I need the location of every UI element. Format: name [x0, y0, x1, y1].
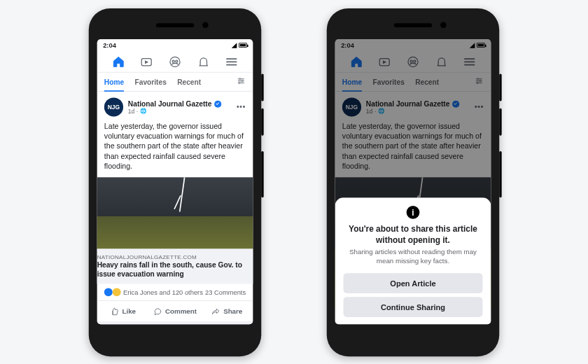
audience-icon: 🌐 [140, 108, 146, 114]
svg-point-4 [239, 78, 241, 79]
volume-up-button [499, 74, 501, 101]
nav-groups[interactable] [161, 55, 189, 68]
link-preview[interactable]: NATIONALJOURNALGAZETTE.COM Heavy rains f… [97, 177, 253, 284]
post-action-bar: Like Comment Share [97, 300, 253, 324]
share-button[interactable]: Share [201, 301, 253, 321]
screen: 2:04 [335, 39, 491, 324]
volume-up-button [261, 74, 263, 101]
volume-down-button [499, 108, 501, 135]
comment-button[interactable]: Comment [149, 301, 201, 321]
status-bar: 2:04 [97, 39, 253, 51]
volume-down-button [261, 108, 263, 135]
power-button [261, 150, 263, 197]
wow-reaction-icon [113, 288, 121, 296]
svg-point-3 [176, 59, 178, 62]
nav-notifications[interactable] [189, 55, 217, 68]
svg-point-5 [241, 80, 243, 81]
front-camera [202, 22, 209, 28]
link-image [97, 177, 253, 248]
feed-settings-button[interactable] [237, 76, 246, 87]
reactions-text: Erica Jones and 120 others [123, 288, 203, 295]
clock: 2:04 [103, 41, 116, 48]
like-reaction-icon [104, 288, 113, 296]
sheet-title: You're about to share this article witho… [344, 223, 483, 245]
battery-icon [239, 43, 247, 48]
speaker-slot [394, 23, 432, 27]
post-header: NJG National Journal Gazette 1d · 🌐 ••• [104, 97, 246, 116]
nav-home[interactable] [104, 55, 132, 68]
post-body: Late yesterday, the governor issued volu… [104, 121, 246, 172]
sheet-subtitle: Sharing articles without reading them ma… [344, 247, 483, 265]
phone-left: 2:04 [89, 8, 262, 356]
screen: 2:04 [97, 39, 253, 324]
stage: 2:04 [0, 0, 588, 364]
share-confirm-sheet: i You're about to share this article wit… [335, 197, 491, 323]
open-article-button[interactable]: Open Article [344, 273, 483, 293]
status-right [232, 42, 247, 48]
video-icon [140, 55, 153, 68]
link-domain: NATIONALJOURNALGAZETTE.COM [97, 253, 253, 260]
post: NJG National Journal Gazette 1d · 🌐 ••• [97, 91, 253, 171]
continue-sharing-button[interactable]: Continue Sharing [344, 297, 483, 317]
reactions-row[interactable]: Erica Jones and 120 others 23 Comments [97, 284, 253, 300]
nav-watch[interactable] [132, 55, 160, 68]
verified-icon [214, 100, 221, 107]
post-meta: 1d · 🌐 [128, 108, 237, 114]
speaker-slot [156, 23, 194, 27]
share-label: Share [223, 307, 242, 314]
comment-icon [153, 307, 162, 316]
tab-favorites[interactable]: Favorites [134, 72, 166, 90]
nav-menu[interactable] [218, 57, 246, 64]
svg-point-2 [172, 59, 174, 62]
post-menu-button[interactable]: ••• [237, 103, 246, 111]
page-name: National Journal Gazette [128, 99, 212, 108]
share-icon [211, 307, 220, 316]
front-camera [440, 22, 447, 28]
tab-home[interactable]: Home [104, 72, 124, 90]
top-nav [97, 51, 253, 73]
page-name-row[interactable]: National Journal Gazette [128, 99, 237, 108]
info-icon: i [407, 205, 420, 218]
sliders-icon [237, 76, 246, 85]
like-label: Like [122, 307, 136, 314]
thumb-up-icon [110, 307, 119, 316]
tab-recent[interactable]: Recent [177, 72, 201, 90]
power-button [499, 150, 501, 197]
comment-label: Comment [165, 307, 197, 314]
link-title: Heavy rains fall in the south, cause Gov… [97, 261, 253, 279]
post-age: 1d [128, 108, 134, 114]
menu-icon [226, 57, 237, 64]
svg-point-1 [170, 56, 180, 66]
signal-icon [232, 42, 237, 48]
groups-icon [169, 55, 182, 68]
like-button[interactable]: Like [97, 301, 149, 321]
bell-icon [197, 55, 210, 68]
feed-subtabs: Home Favorites Recent [97, 72, 253, 91]
comments-count[interactable]: 23 Comments [205, 288, 246, 295]
svg-point-6 [239, 82, 240, 83]
link-text-card: NATIONALJOURNALGAZETTE.COM Heavy rains f… [97, 248, 253, 284]
page-avatar[interactable]: NJG [104, 97, 123, 116]
phone-right: 2:04 [327, 8, 500, 356]
home-icon [112, 55, 125, 68]
